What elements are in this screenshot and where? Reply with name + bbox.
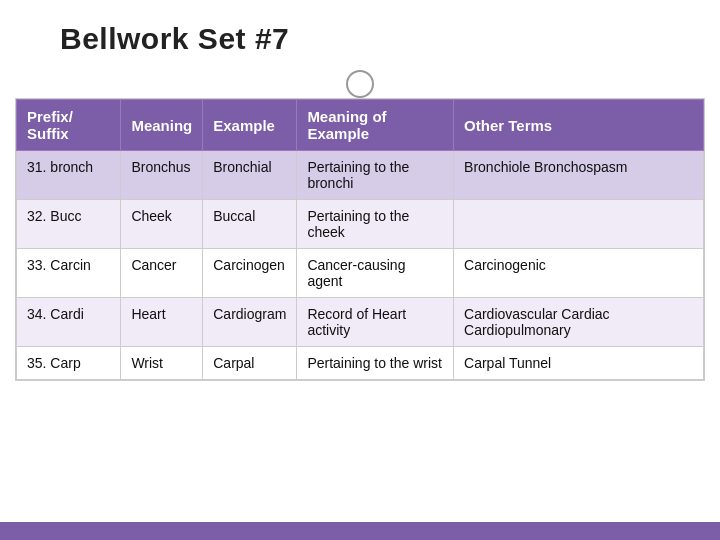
col-header-other-terms: Other Terms (454, 100, 704, 151)
table-header-row: Prefix/ Suffix Meaning Example Meaning o… (17, 100, 704, 151)
table-cell: Carpal (203, 347, 297, 380)
table-cell: Cardiovascular Cardiac Cardiopulmonary (454, 298, 704, 347)
table-cell: Record of Heart activity (297, 298, 454, 347)
table-row: 31. bronchBronchusBronchialPertaining to… (17, 151, 704, 200)
table-cell: 31. bronch (17, 151, 121, 200)
table-row: 32. BuccCheekBuccalPertaining to the che… (17, 200, 704, 249)
table-cell: Cardiogram (203, 298, 297, 347)
table-cell: Cheek (121, 200, 203, 249)
page-title: Bellwork Set #7 (60, 22, 289, 55)
bottom-bar (0, 522, 720, 540)
table-cell: Carcinogen (203, 249, 297, 298)
table-cell: Carpal Tunnel (454, 347, 704, 380)
table-cell: Bronchial (203, 151, 297, 200)
col-header-meaning: Meaning (121, 100, 203, 151)
page-wrapper: Bellwork Set #7 Prefix/ Suffix Meaning E… (0, 0, 720, 540)
table-cell: Heart (121, 298, 203, 347)
table-cell: 33. Carcin (17, 249, 121, 298)
circle-divider (346, 70, 374, 98)
table-row: 33. CarcinCancerCarcinogenCancer-causing… (17, 249, 704, 298)
table-cell: Pertaining to the bronchi (297, 151, 454, 200)
table-cell: Cancer (121, 249, 203, 298)
col-header-meaning-of-example: Meaning of Example (297, 100, 454, 151)
table-cell: 32. Bucc (17, 200, 121, 249)
main-table: Prefix/ Suffix Meaning Example Meaning o… (16, 99, 704, 380)
title-area: Bellwork Set #7 (0, 0, 720, 66)
table-cell: 34. Cardi (17, 298, 121, 347)
table-cell: Pertaining to the wrist (297, 347, 454, 380)
table-cell: Wrist (121, 347, 203, 380)
col-header-prefix: Prefix/ Suffix (17, 100, 121, 151)
table-cell: Carcinogenic (454, 249, 704, 298)
table-body: 31. bronchBronchusBronchialPertaining to… (17, 151, 704, 380)
table-row: 34. CardiHeartCardiogramRecord of Heart … (17, 298, 704, 347)
table-cell: 35. Carp (17, 347, 121, 380)
table-cell: Pertaining to the cheek (297, 200, 454, 249)
table-cell: Bronchus (121, 151, 203, 200)
table-row: 35. CarpWristCarpalPertaining to the wri… (17, 347, 704, 380)
col-header-example: Example (203, 100, 297, 151)
table-cell: Bronchiole Bronchospasm (454, 151, 704, 200)
table-cell (454, 200, 704, 249)
table-container: Prefix/ Suffix Meaning Example Meaning o… (15, 98, 705, 381)
table-cell: Buccal (203, 200, 297, 249)
table-cell: Cancer-causing agent (297, 249, 454, 298)
